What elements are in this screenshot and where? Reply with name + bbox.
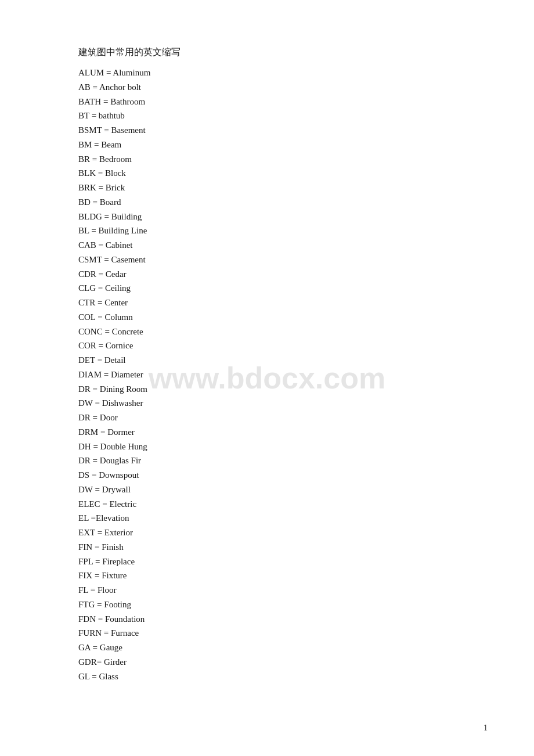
list-item: FIN = Finish: [78, 540, 456, 555]
list-item: DR = Douglas Fir: [78, 453, 456, 468]
list-item: BR = Bedroom: [78, 152, 456, 167]
list-item: BT = bathtub: [78, 109, 456, 123]
list-item: FDN = Foundation: [78, 612, 456, 627]
page-container: www.bdocx.com 建筑图中常用的英文缩写 ALUM = Aluminu…: [0, 0, 534, 756]
list-item: DR = Dining Room: [78, 382, 456, 397]
list-item: CSMT = Casement: [78, 253, 456, 267]
list-item: DS = Downspout: [78, 468, 456, 483]
list-item: EL =Elevation: [78, 511, 456, 525]
list-item: BATH = Bathroom: [78, 95, 456, 109]
list-item: FURN = Furnace: [78, 626, 456, 640]
list-item: BRK = Brick: [78, 181, 456, 195]
list-item: FPL = Fireplace: [78, 555, 456, 569]
list-item: GA = Gauge: [78, 640, 456, 655]
list-item: FL = Floor: [78, 583, 456, 597]
list-item: CAB = Cabinet: [78, 238, 456, 253]
list-item: DW = Dishwasher: [78, 396, 456, 411]
list-item: CLG = Ceiling: [78, 281, 456, 296]
list-item: GDR= Girder: [78, 655, 456, 669]
list-item: DRM = Dormer: [78, 425, 456, 440]
list-item: FIX = Fixture: [78, 568, 456, 583]
list-item: CTR = Center: [78, 296, 456, 310]
list-item: DR = Door: [78, 411, 456, 425]
list-item: FTG = Footing: [78, 597, 456, 612]
list-item: GL = Glass: [78, 669, 456, 684]
list-item: ELEC = Electric: [78, 497, 456, 512]
list-item: DET = Detail: [78, 353, 456, 368]
list-item: DH = Double Hung: [78, 440, 456, 454]
list-item: BLDG = Building: [78, 210, 456, 224]
list-item: BL = Building Line: [78, 224, 456, 238]
list-item: BLK = Block: [78, 166, 456, 181]
list-item: COR = Cornice: [78, 339, 456, 353]
list-item: BD = Board: [78, 195, 456, 210]
list-item: DW = Drywall: [78, 483, 456, 497]
page-number: 1: [484, 723, 488, 733]
list-item: BSMT = Basement: [78, 123, 456, 138]
page-title: 建筑图中常用的英文缩写: [78, 46, 456, 59]
abbreviation-list: ALUM = AluminumAB = Anchor boltBATH = Ba…: [78, 66, 456, 683]
list-item: ALUM = Aluminum: [78, 66, 456, 80]
list-item: COL = Column: [78, 310, 456, 325]
list-item: EXT = Exterior: [78, 525, 456, 540]
list-item: CONC = Concrete: [78, 325, 456, 339]
list-item: AB = Anchor bolt: [78, 80, 456, 95]
list-item: BM = Beam: [78, 138, 456, 152]
list-item: DIAM = Diameter: [78, 368, 456, 382]
list-item: CDR = Cedar: [78, 267, 456, 282]
